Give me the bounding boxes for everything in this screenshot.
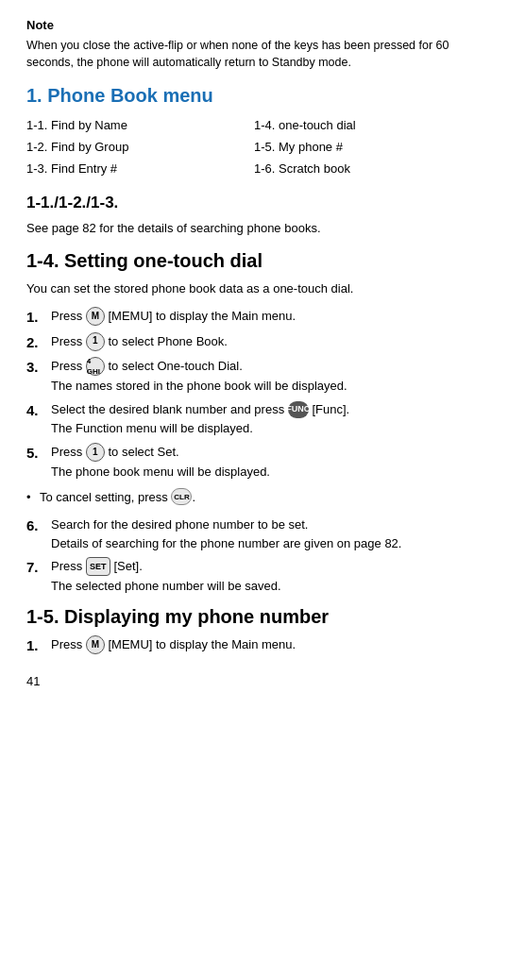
step-5-subline: The phone book menu will be displayed. xyxy=(51,464,482,482)
step-15-1: 1. Press M [MEMU] to display the Main me… xyxy=(26,636,482,656)
step-6-num: 6. xyxy=(26,515,47,536)
step-5-text-post: to select Set. xyxy=(105,445,179,459)
step-15-1-text-pre: Press xyxy=(51,638,86,652)
key-menu-1: M xyxy=(86,307,105,326)
step-5-num: 5. xyxy=(26,443,47,464)
menu-item-1-1: 1-1. Find by Name xyxy=(26,117,254,135)
step-7: 7. Press SET [Set]. The selected phone n… xyxy=(26,558,482,596)
section-14-intro: You can set the stored phone book data a… xyxy=(26,280,482,298)
menu-item-1-4: 1-4. one-touch dial xyxy=(254,117,482,135)
note-title: Note xyxy=(26,17,482,35)
step-4: 4. Select the desired blank number and p… xyxy=(26,401,482,438)
steps-list-3: 1. Press M [MEMU] to display the Main me… xyxy=(26,636,482,656)
step-4-subline: The Function menu will be displayed. xyxy=(51,420,482,438)
menu-col-1: 1-1. Find by Name 1-2. Find by Group 1-3… xyxy=(26,117,254,178)
step-2-content: Press 1 to select Phone Book. xyxy=(51,333,482,352)
step-2-text-pre: Press xyxy=(51,334,86,348)
step-5-text-pre: Press xyxy=(51,445,86,459)
section-15-title: 1-5. Displaying my phone number xyxy=(26,603,482,631)
steps-list-2: 6. Search for the desired phone number t… xyxy=(26,516,482,597)
step-15-1-content: Press M [MEMU] to display the Main menu. xyxy=(51,636,482,655)
step-4-num: 4. xyxy=(26,400,47,421)
section-1-title: 1. Phone Book menu xyxy=(26,82,482,110)
step-6-subline: Details of searching for the phone numbe… xyxy=(51,535,482,553)
subsection-112-13-text: See page 82 for the details of searching… xyxy=(26,220,482,238)
step-2-text-post: to select Phone Book. xyxy=(105,334,228,348)
step-3-content: Press 4 GHI to select One-touch Dial. Th… xyxy=(51,358,482,396)
step-15-1-text-post: [MEMU] to display the Main menu. xyxy=(105,638,296,652)
step-6-content: Search for the desired phone number to b… xyxy=(51,516,482,553)
step-3-num: 3. xyxy=(26,357,47,378)
menu-col-2: 1-4. one-touch dial 1-5. My phone # 1-6.… xyxy=(254,117,482,178)
step-3-text-post: to select One-touch Dial. xyxy=(105,360,243,374)
note-text: When you close the active-flip or when n… xyxy=(26,37,482,71)
step-5: 5. Press 1 to select Set. The phone book… xyxy=(26,444,482,482)
step-7-subline: The selected phone number will be saved. xyxy=(51,578,482,596)
key-4ghi-step3: 4 GHI xyxy=(86,357,105,376)
bullet-symbol: • xyxy=(26,489,40,507)
menu-item-1-2: 1-2. Find by Group xyxy=(26,139,254,157)
step-6: 6. Search for the desired phone number t… xyxy=(26,516,482,553)
step-1: 1. Press M [MEMU] to display the Main me… xyxy=(26,308,482,328)
cancel-text: To cancel setting, press CLR. xyxy=(40,489,195,507)
key-1-step2: 1 xyxy=(86,332,105,351)
key-1-step5: 1 xyxy=(86,443,105,462)
step-3-subline: The names stored in the phone book will … xyxy=(51,378,482,396)
menu-item-1-6: 1-6. Scratch book xyxy=(254,161,482,178)
step-7-text-pre: Press xyxy=(51,560,86,574)
section-14-title: 1-4. Setting one-touch dial xyxy=(26,247,482,275)
step-7-text-post: [Set]. xyxy=(110,560,143,574)
key-clr-cancel: CLR xyxy=(171,488,192,505)
step-1-text-pre: Press xyxy=(51,309,86,323)
step-4-content: Select the desired blank number and pres… xyxy=(51,401,482,438)
step-3: 3. Press 4 GHI to select One-touch Dial.… xyxy=(26,358,482,396)
phone-book-menu-table: 1-1. Find by Name 1-2. Find by Group 1-3… xyxy=(26,117,482,178)
key-menu-15-1: M xyxy=(86,635,105,654)
step-7-num: 7. xyxy=(26,557,47,578)
step-7-content: Press SET [Set]. The selected phone numb… xyxy=(51,558,482,596)
key-set-step7: SET xyxy=(86,557,110,576)
step-2: 2. Press 1 to select Phone Book. xyxy=(26,333,482,353)
cancel-bullet: • To cancel setting, press CLR. xyxy=(26,489,482,507)
step-1-content: Press M [MEMU] to display the Main menu. xyxy=(51,308,482,327)
step-3-text-pre: Press xyxy=(51,360,86,374)
menu-item-1-5: 1-5. My phone # xyxy=(254,139,482,157)
menu-item-1-3: 1-3. Find Entry # xyxy=(26,161,254,178)
step-1-text-post: [MEMU] to display the Main menu. xyxy=(105,309,296,323)
step-15-1-num: 1. xyxy=(26,635,47,656)
steps-list-1: 1. Press M [MEMU] to display the Main me… xyxy=(26,308,482,482)
step-4-text-pre: Select the desired blank number and pres… xyxy=(51,402,288,416)
step-4-text-post: [Func]. xyxy=(309,402,349,416)
page-number: 41 xyxy=(26,673,482,691)
note-section: Note When you close the active-flip or w… xyxy=(26,17,482,71)
step-5-content: Press 1 to select Set. The phone book me… xyxy=(51,444,482,482)
step-6-line1: Search for the desired phone number to b… xyxy=(51,517,308,532)
step-1-num: 1. xyxy=(26,307,47,328)
subsection-112-13-title: 1-1./1-2./1-3. xyxy=(26,192,482,215)
key-func-step4: FUNC xyxy=(288,401,309,418)
step-2-num: 2. xyxy=(26,332,47,353)
